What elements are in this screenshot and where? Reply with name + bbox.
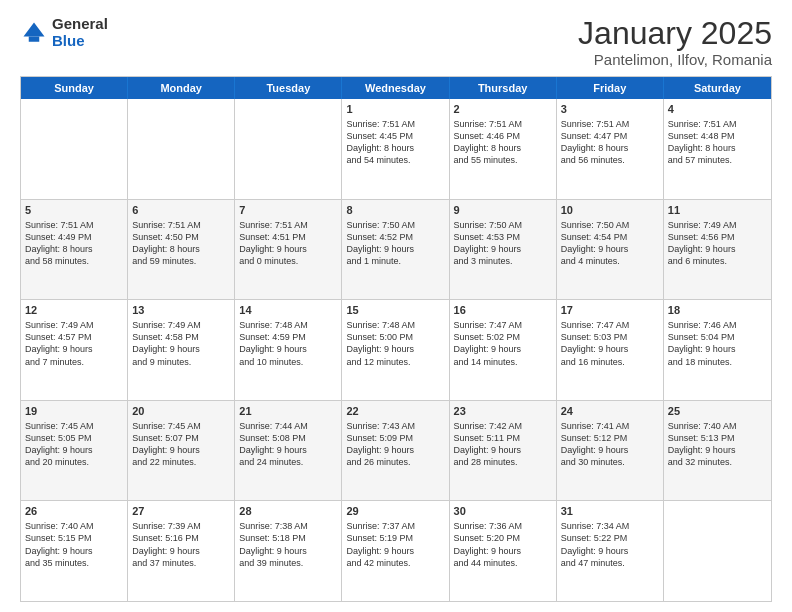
day-cell-6: 6Sunrise: 7:51 AMSunset: 4:50 PMDaylight… xyxy=(128,200,235,300)
day-number-25: 25 xyxy=(668,404,767,419)
cell-text: Sunset: 4:53 PM xyxy=(454,231,552,243)
cell-text: Sunset: 5:00 PM xyxy=(346,331,444,343)
cell-text: Sunrise: 7:41 AM xyxy=(561,420,659,432)
day-number-23: 23 xyxy=(454,404,552,419)
day-number-3: 3 xyxy=(561,102,659,117)
day-cell-28: 28Sunrise: 7:38 AMSunset: 5:18 PMDayligh… xyxy=(235,501,342,601)
cell-text: Sunset: 5:19 PM xyxy=(346,532,444,544)
cell-text: Daylight: 9 hours xyxy=(561,444,659,456)
cell-text: Sunset: 4:49 PM xyxy=(25,231,123,243)
cell-text: Sunset: 4:51 PM xyxy=(239,231,337,243)
empty-cell-r4c6 xyxy=(664,501,771,601)
day-cell-4: 4Sunrise: 7:51 AMSunset: 4:48 PMDaylight… xyxy=(664,99,771,199)
cell-text: Daylight: 9 hours xyxy=(668,444,767,456)
cell-text: and 54 minutes. xyxy=(346,154,444,166)
cell-text: Sunset: 5:04 PM xyxy=(668,331,767,343)
cell-text: Daylight: 9 hours xyxy=(454,343,552,355)
cell-text: and 57 minutes. xyxy=(668,154,767,166)
day-number-24: 24 xyxy=(561,404,659,419)
cell-text: Sunrise: 7:51 AM xyxy=(561,118,659,130)
cell-text: Sunrise: 7:39 AM xyxy=(132,520,230,532)
cell-text: and 35 minutes. xyxy=(25,557,123,569)
cell-text: Sunrise: 7:48 AM xyxy=(239,319,337,331)
cell-text: Sunrise: 7:34 AM xyxy=(561,520,659,532)
cell-text: Sunset: 4:52 PM xyxy=(346,231,444,243)
cell-text: and 4 minutes. xyxy=(561,255,659,267)
day-cell-20: 20Sunrise: 7:45 AMSunset: 5:07 PMDayligh… xyxy=(128,401,235,501)
calendar-row-1: 5Sunrise: 7:51 AMSunset: 4:49 PMDaylight… xyxy=(21,199,771,300)
header-day-monday: Monday xyxy=(128,77,235,99)
calendar-row-3: 19Sunrise: 7:45 AMSunset: 5:05 PMDayligh… xyxy=(21,400,771,501)
day-cell-7: 7Sunrise: 7:51 AMSunset: 4:51 PMDaylight… xyxy=(235,200,342,300)
calendar-body: 1Sunrise: 7:51 AMSunset: 4:45 PMDaylight… xyxy=(21,99,771,601)
cell-text: Daylight: 9 hours xyxy=(25,545,123,557)
day-cell-19: 19Sunrise: 7:45 AMSunset: 5:05 PMDayligh… xyxy=(21,401,128,501)
page: General Blue January 2025 Pantelimon, Il… xyxy=(0,0,792,612)
cell-text: Sunrise: 7:45 AM xyxy=(132,420,230,432)
cell-text: Sunset: 4:58 PM xyxy=(132,331,230,343)
day-number-18: 18 xyxy=(668,303,767,318)
calendar-row-2: 12Sunrise: 7:49 AMSunset: 4:57 PMDayligh… xyxy=(21,299,771,400)
cell-text: Sunset: 4:50 PM xyxy=(132,231,230,243)
cell-text: Sunrise: 7:47 AM xyxy=(454,319,552,331)
day-number-19: 19 xyxy=(25,404,123,419)
cell-text: Daylight: 9 hours xyxy=(239,343,337,355)
cell-text: Daylight: 9 hours xyxy=(346,343,444,355)
cell-text: Sunset: 5:16 PM xyxy=(132,532,230,544)
cell-text: Sunset: 5:09 PM xyxy=(346,432,444,444)
cell-text: Sunset: 4:54 PM xyxy=(561,231,659,243)
cell-text: Daylight: 9 hours xyxy=(239,243,337,255)
day-cell-16: 16Sunrise: 7:47 AMSunset: 5:02 PMDayligh… xyxy=(450,300,557,400)
day-cell-31: 31Sunrise: 7:34 AMSunset: 5:22 PMDayligh… xyxy=(557,501,664,601)
day-cell-2: 2Sunrise: 7:51 AMSunset: 4:46 PMDaylight… xyxy=(450,99,557,199)
cell-text: and 14 minutes. xyxy=(454,356,552,368)
empty-cell-r0c1 xyxy=(128,99,235,199)
day-number-26: 26 xyxy=(25,504,123,519)
cell-text: Sunset: 5:20 PM xyxy=(454,532,552,544)
day-number-17: 17 xyxy=(561,303,659,318)
day-cell-3: 3Sunrise: 7:51 AMSunset: 4:47 PMDaylight… xyxy=(557,99,664,199)
cell-text: Daylight: 9 hours xyxy=(132,343,230,355)
day-cell-5: 5Sunrise: 7:51 AMSunset: 4:49 PMDaylight… xyxy=(21,200,128,300)
day-cell-24: 24Sunrise: 7:41 AMSunset: 5:12 PMDayligh… xyxy=(557,401,664,501)
cell-text: Sunrise: 7:50 AM xyxy=(454,219,552,231)
cell-text: and 3 minutes. xyxy=(454,255,552,267)
cell-text: Daylight: 9 hours xyxy=(239,444,337,456)
header-day-sunday: Sunday xyxy=(21,77,128,99)
calendar-header: SundayMondayTuesdayWednesdayThursdayFrid… xyxy=(21,77,771,99)
header: General Blue January 2025 Pantelimon, Il… xyxy=(20,16,772,68)
cell-text: and 24 minutes. xyxy=(239,456,337,468)
cell-text: Sunrise: 7:51 AM xyxy=(132,219,230,231)
cell-text: Sunrise: 7:49 AM xyxy=(668,219,767,231)
day-number-6: 6 xyxy=(132,203,230,218)
cell-text: Sunrise: 7:51 AM xyxy=(239,219,337,231)
cell-text: Daylight: 9 hours xyxy=(132,545,230,557)
day-cell-22: 22Sunrise: 7:43 AMSunset: 5:09 PMDayligh… xyxy=(342,401,449,501)
day-number-14: 14 xyxy=(239,303,337,318)
cell-text: Sunset: 5:22 PM xyxy=(561,532,659,544)
cell-text: Sunrise: 7:51 AM xyxy=(346,118,444,130)
day-cell-30: 30Sunrise: 7:36 AMSunset: 5:20 PMDayligh… xyxy=(450,501,557,601)
cell-text: Sunset: 5:05 PM xyxy=(25,432,123,444)
cell-text: Daylight: 9 hours xyxy=(561,343,659,355)
cell-text: and 37 minutes. xyxy=(132,557,230,569)
empty-cell-r0c0 xyxy=(21,99,128,199)
day-number-2: 2 xyxy=(454,102,552,117)
svg-rect-1 xyxy=(29,36,40,41)
logo-general: General xyxy=(52,16,108,33)
cell-text: Sunrise: 7:51 AM xyxy=(668,118,767,130)
day-number-20: 20 xyxy=(132,404,230,419)
cell-text: Daylight: 9 hours xyxy=(346,545,444,557)
cell-text: Sunset: 4:56 PM xyxy=(668,231,767,243)
cell-text: Sunset: 5:07 PM xyxy=(132,432,230,444)
title-block: January 2025 Pantelimon, Ilfov, Romania xyxy=(578,16,772,68)
day-cell-11: 11Sunrise: 7:49 AMSunset: 4:56 PMDayligh… xyxy=(664,200,771,300)
day-cell-27: 27Sunrise: 7:39 AMSunset: 5:16 PMDayligh… xyxy=(128,501,235,601)
day-number-1: 1 xyxy=(346,102,444,117)
header-day-thursday: Thursday xyxy=(450,77,557,99)
cell-text: Sunrise: 7:42 AM xyxy=(454,420,552,432)
cell-text: Sunrise: 7:49 AM xyxy=(132,319,230,331)
cell-text: and 28 minutes. xyxy=(454,456,552,468)
calendar: SundayMondayTuesdayWednesdayThursdayFrid… xyxy=(20,76,772,602)
cell-text: Sunset: 4:46 PM xyxy=(454,130,552,142)
